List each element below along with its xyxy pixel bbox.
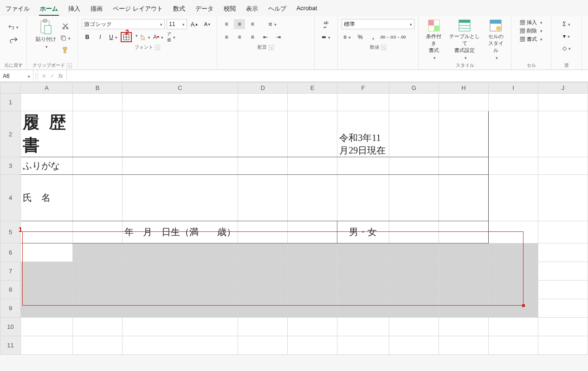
cell-F5[interactable]: 男・女 — [337, 221, 389, 243]
autosum-button[interactable]: Σ — [561, 19, 572, 29]
cell-B2[interactable] — [73, 111, 123, 157]
align-launcher[interactable]: ↘ — [269, 45, 274, 50]
cell-C1[interactable] — [123, 94, 238, 111]
cell-I3[interactable] — [489, 157, 538, 175]
cell-B4[interactable] — [73, 175, 123, 221]
undo-button[interactable] — [8, 22, 19, 32]
col-header-D[interactable]: D — [238, 83, 288, 94]
tab-data[interactable]: データ — [194, 3, 214, 16]
cell-G7[interactable] — [389, 262, 439, 281]
cell-E8[interactable] — [288, 281, 337, 299]
row-header-9[interactable]: 9 — [0, 299, 21, 318]
cell-E7[interactable] — [288, 262, 337, 281]
cell-C11[interactable] — [123, 336, 238, 355]
align-right-button[interactable]: ≡ — [247, 32, 258, 42]
cell-J4[interactable] — [538, 175, 588, 221]
cell-I5[interactable] — [489, 221, 538, 243]
cell-C4[interactable] — [123, 175, 238, 221]
row-header-3[interactable]: 3 — [0, 157, 21, 175]
cell-D9[interactable] — [238, 299, 288, 318]
cell-I7[interactable] — [489, 262, 538, 281]
tab-home[interactable]: ホーム — [39, 3, 59, 16]
cell-I8[interactable] — [489, 281, 538, 299]
percent-button[interactable]: % — [355, 32, 366, 42]
cell-G11[interactable] — [389, 336, 439, 355]
cell-D8[interactable] — [238, 281, 288, 299]
cell-H4[interactable] — [439, 175, 489, 221]
cell-H7[interactable] — [439, 262, 489, 281]
underline-button[interactable]: U — [108, 32, 119, 42]
cell-A9[interactable] — [21, 299, 73, 318]
cell-I1[interactable] — [489, 94, 538, 111]
redo-button[interactable] — [8, 35, 19, 45]
decrease-decimal-button[interactable]: .0→.00 — [394, 32, 405, 42]
cell-I11[interactable] — [489, 336, 538, 355]
cell-E3[interactable] — [288, 157, 337, 175]
tab-help[interactable]: ヘルプ — [267, 3, 287, 16]
phonetic-button[interactable]: ア亜 — [166, 32, 177, 42]
row-header-4[interactable]: 4 — [0, 175, 21, 221]
paste-button[interactable]: 貼り付け — [34, 19, 58, 49]
cell-D7[interactable] — [238, 262, 288, 281]
cell-D3[interactable] — [238, 157, 288, 175]
cell-D1[interactable] — [238, 94, 288, 111]
cell-E4[interactable] — [288, 175, 337, 221]
col-header-F[interactable]: F — [337, 83, 389, 94]
cell-I6[interactable] — [489, 243, 538, 262]
format-painter-button[interactable] — [60, 45, 71, 55]
row-header-11[interactable]: 11 — [0, 336, 21, 355]
cell-D6[interactable] — [238, 243, 288, 262]
cell-C6[interactable] — [123, 243, 238, 262]
cell-G1[interactable] — [389, 94, 439, 111]
borders-dropdown[interactable] — [134, 32, 138, 42]
cell-styles-button[interactable]: セルの スタイル — [485, 19, 507, 60]
cell-C5[interactable]: 年 月 日生（満 歳） — [123, 221, 238, 243]
cell-D10[interactable] — [238, 318, 288, 336]
cell-A3[interactable]: ふりがな — [21, 157, 73, 175]
font-launcher[interactable]: ↘ — [155, 45, 160, 50]
tab-review[interactable]: 校閲 — [223, 3, 237, 16]
cell-B3[interactable] — [73, 157, 123, 175]
cell-H3[interactable] — [439, 157, 489, 175]
format-as-table-button[interactable]: テーブルとして 書式設定 — [446, 19, 483, 60]
number-launcher[interactable]: ↘ — [381, 45, 386, 50]
indent-increase-button[interactable]: ⇥ — [273, 32, 284, 42]
cell-E6[interactable] — [288, 243, 337, 262]
merge-button[interactable]: ⬌ — [321, 32, 332, 42]
cell-J2[interactable] — [538, 111, 588, 157]
col-header-H[interactable]: H — [439, 83, 489, 94]
tab-view[interactable]: 表示 — [245, 3, 259, 16]
increase-font-button[interactable]: A▲ — [189, 19, 200, 29]
bold-button[interactable]: B — [82, 32, 93, 42]
cell-F8[interactable] — [337, 281, 389, 299]
fill-color-button[interactable] — [140, 32, 151, 42]
cell-C3[interactable] — [123, 157, 238, 175]
cell-A2[interactable]: 履 歴 書 — [21, 111, 73, 157]
comma-button[interactable]: , — [368, 32, 379, 42]
fill-button[interactable]: ▾ — [561, 31, 572, 41]
col-header-A[interactable]: A — [21, 83, 73, 94]
italic-button[interactable]: I — [95, 32, 106, 42]
cell-J10[interactable] — [538, 318, 588, 336]
cell-B7[interactable] — [73, 262, 123, 281]
cell-D4[interactable] — [238, 175, 288, 221]
cell-F10[interactable] — [337, 318, 389, 336]
cell-B5[interactable] — [73, 221, 123, 243]
tab-insert[interactable]: 挿入 — [67, 3, 81, 16]
font-color-button[interactable]: A — [153, 32, 164, 42]
decrease-font-button[interactable]: A▼ — [202, 19, 213, 29]
fx-button[interactable]: fx — [58, 73, 63, 79]
cell-F2[interactable]: 令和3年11月29日現在 — [337, 111, 389, 157]
align-top-button[interactable]: ≡ — [221, 19, 232, 29]
cell-B6[interactable] — [73, 243, 123, 262]
enter-formula-button[interactable]: ✓ — [50, 73, 55, 79]
cut-button[interactable] — [60, 21, 71, 31]
row-header-1[interactable]: 1 — [0, 94, 21, 111]
cell-E10[interactable] — [288, 318, 337, 336]
cell-H9[interactable] — [439, 299, 489, 318]
cell-G10[interactable] — [389, 318, 439, 336]
cell-A6[interactable] — [21, 243, 73, 262]
cell-H8[interactable] — [439, 281, 489, 299]
font-name-select[interactable]: 游ゴシック — [82, 19, 165, 29]
cell-J7[interactable] — [538, 262, 588, 281]
